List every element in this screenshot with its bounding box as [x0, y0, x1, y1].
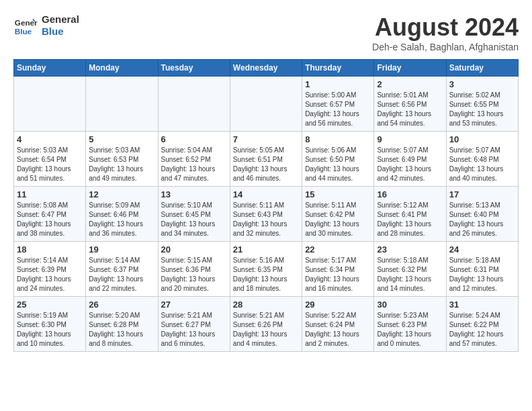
calendar-cell: 22Sunrise: 5:17 AM Sunset: 6:34 PM Dayli… [302, 242, 374, 297]
day-number: 30 [377, 300, 443, 310]
calendar-cell: 10Sunrise: 5:07 AM Sunset: 6:48 PM Dayli… [446, 132, 518, 187]
day-info: Sunrise: 5:03 AM Sunset: 6:54 PM Dayligh… [17, 146, 83, 183]
day-info: Sunrise: 5:21 AM Sunset: 6:26 PM Dayligh… [233, 311, 299, 349]
svg-text:General: General [15, 18, 38, 27]
calendar-cell: 28Sunrise: 5:21 AM Sunset: 6:26 PM Dayli… [230, 297, 302, 352]
day-info: Sunrise: 5:21 AM Sunset: 6:27 PM Dayligh… [161, 311, 227, 349]
day-info: Sunrise: 5:18 AM Sunset: 6:31 PM Dayligh… [449, 256, 515, 293]
day-number: 2 [377, 79, 443, 89]
day-number: 31 [449, 300, 515, 310]
day-info: Sunrise: 5:07 AM Sunset: 6:48 PM Dayligh… [449, 146, 515, 183]
logo-icon: General Blue [13, 13, 38, 38]
calendar-cell: 31Sunrise: 5:24 AM Sunset: 6:22 PM Dayli… [446, 297, 518, 352]
day-info: Sunrise: 5:14 AM Sunset: 6:39 PM Dayligh… [17, 256, 83, 293]
day-info: Sunrise: 5:11 AM Sunset: 6:42 PM Dayligh… [305, 201, 371, 238]
calendar-cell: 9Sunrise: 5:07 AM Sunset: 6:49 PM Daylig… [374, 132, 446, 187]
day-info: Sunrise: 5:05 AM Sunset: 6:51 PM Dayligh… [233, 146, 299, 183]
day-number: 18 [17, 244, 83, 255]
page-header: General Blue General Blue August 2024 De… [13, 13, 519, 52]
week-row-4: 18Sunrise: 5:14 AM Sunset: 6:39 PM Dayli… [14, 242, 519, 297]
day-number: 24 [449, 244, 515, 255]
calendar-cell: 13Sunrise: 5:10 AM Sunset: 6:45 PM Dayli… [158, 187, 230, 242]
day-info: Sunrise: 5:01 AM Sunset: 6:56 PM Dayligh… [377, 91, 443, 128]
calendar-cell: 6Sunrise: 5:04 AM Sunset: 6:52 PM Daylig… [158, 132, 230, 187]
calendar-cell [14, 77, 86, 132]
day-number: 13 [161, 189, 227, 199]
calendar-cell [158, 77, 230, 132]
week-row-5: 25Sunrise: 5:19 AM Sunset: 6:30 PM Dayli… [14, 297, 519, 352]
day-number: 21 [233, 244, 299, 255]
week-row-3: 11Sunrise: 5:08 AM Sunset: 6:47 PM Dayli… [14, 187, 519, 242]
subtitle: Deh-e Salah, Baghlan, Afghanistan [372, 42, 519, 52]
day-info: Sunrise: 5:03 AM Sunset: 6:53 PM Dayligh… [89, 146, 154, 183]
day-number: 17 [449, 189, 515, 199]
calendar-cell: 15Sunrise: 5:11 AM Sunset: 6:42 PM Dayli… [302, 187, 374, 242]
day-number: 20 [161, 244, 227, 255]
day-info: Sunrise: 5:23 AM Sunset: 6:23 PM Dayligh… [377, 311, 443, 349]
week-row-2: 4Sunrise: 5:03 AM Sunset: 6:54 PM Daylig… [14, 132, 519, 187]
calendar-cell: 20Sunrise: 5:15 AM Sunset: 6:36 PM Dayli… [158, 242, 230, 297]
calendar-cell: 12Sunrise: 5:09 AM Sunset: 6:46 PM Dayli… [86, 187, 158, 242]
col-header-thursday: Thursday [302, 60, 374, 77]
col-header-wednesday: Wednesday [230, 60, 302, 77]
week-row-1: 1Sunrise: 5:00 AM Sunset: 6:57 PM Daylig… [14, 77, 519, 132]
calendar-cell: 18Sunrise: 5:14 AM Sunset: 6:39 PM Dayli… [14, 242, 86, 297]
day-info: Sunrise: 5:06 AM Sunset: 6:50 PM Dayligh… [305, 146, 371, 183]
calendar-cell: 26Sunrise: 5:20 AM Sunset: 6:28 PM Dayli… [86, 297, 158, 352]
logo: General Blue General Blue [13, 13, 79, 38]
day-info: Sunrise: 5:08 AM Sunset: 6:47 PM Dayligh… [17, 201, 83, 238]
day-number: 19 [89, 244, 154, 255]
calendar-cell: 1Sunrise: 5:00 AM Sunset: 6:57 PM Daylig… [302, 77, 374, 132]
calendar-cell: 27Sunrise: 5:21 AM Sunset: 6:27 PM Dayli… [158, 297, 230, 352]
calendar-cell: 21Sunrise: 5:16 AM Sunset: 6:35 PM Dayli… [230, 242, 302, 297]
day-number: 9 [377, 134, 443, 144]
day-number: 6 [161, 134, 227, 144]
logo-line2: Blue [42, 26, 79, 38]
day-info: Sunrise: 5:07 AM Sunset: 6:49 PM Dayligh… [377, 146, 443, 183]
calendar-cell: 24Sunrise: 5:18 AM Sunset: 6:31 PM Dayli… [446, 242, 518, 297]
day-info: Sunrise: 5:18 AM Sunset: 6:32 PM Dayligh… [377, 256, 443, 293]
calendar-cell: 7Sunrise: 5:05 AM Sunset: 6:51 PM Daylig… [230, 132, 302, 187]
day-info: Sunrise: 5:20 AM Sunset: 6:28 PM Dayligh… [89, 311, 154, 349]
calendar-cell: 11Sunrise: 5:08 AM Sunset: 6:47 PM Dayli… [14, 187, 86, 242]
day-number: 14 [233, 189, 299, 199]
col-header-friday: Friday [374, 60, 446, 77]
day-number: 7 [233, 134, 299, 144]
day-number: 12 [89, 189, 154, 199]
day-number: 10 [449, 134, 515, 144]
calendar-cell [86, 77, 158, 132]
day-info: Sunrise: 5:12 AM Sunset: 6:41 PM Dayligh… [377, 201, 443, 238]
day-info: Sunrise: 5:11 AM Sunset: 6:43 PM Dayligh… [233, 201, 299, 238]
title-block: August 2024 Deh-e Salah, Baghlan, Afghan… [372, 13, 519, 52]
calendar-cell: 14Sunrise: 5:11 AM Sunset: 6:43 PM Dayli… [230, 187, 302, 242]
header-row: SundayMondayTuesdayWednesdayThursdayFrid… [14, 60, 519, 77]
day-number: 26 [89, 300, 154, 310]
day-number: 22 [305, 244, 371, 255]
day-info: Sunrise: 5:24 AM Sunset: 6:22 PM Dayligh… [449, 311, 515, 349]
col-header-monday: Monday [86, 60, 158, 77]
calendar-cell: 8Sunrise: 5:06 AM Sunset: 6:50 PM Daylig… [302, 132, 374, 187]
col-header-sunday: Sunday [14, 60, 86, 77]
calendar-cell: 3Sunrise: 5:02 AM Sunset: 6:55 PM Daylig… [446, 77, 518, 132]
day-number: 23 [377, 244, 443, 255]
day-number: 11 [17, 189, 83, 199]
day-info: Sunrise: 5:22 AM Sunset: 6:24 PM Dayligh… [305, 311, 371, 349]
main-title: August 2024 [372, 13, 519, 42]
calendar-cell: 25Sunrise: 5:19 AM Sunset: 6:30 PM Dayli… [14, 297, 86, 352]
day-number: 4 [17, 134, 83, 144]
day-info: Sunrise: 5:17 AM Sunset: 6:34 PM Dayligh… [305, 256, 371, 293]
svg-text:Blue: Blue [15, 27, 32, 36]
calendar-cell: 19Sunrise: 5:14 AM Sunset: 6:37 PM Dayli… [86, 242, 158, 297]
day-number: 5 [89, 134, 154, 144]
day-number: 1 [305, 79, 371, 89]
col-header-tuesday: Tuesday [158, 60, 230, 77]
calendar-cell: 2Sunrise: 5:01 AM Sunset: 6:56 PM Daylig… [374, 77, 446, 132]
day-info: Sunrise: 5:00 AM Sunset: 6:57 PM Dayligh… [305, 91, 371, 128]
day-info: Sunrise: 5:09 AM Sunset: 6:46 PM Dayligh… [89, 201, 154, 238]
col-header-saturday: Saturday [446, 60, 518, 77]
day-number: 28 [233, 300, 299, 310]
day-info: Sunrise: 5:15 AM Sunset: 6:36 PM Dayligh… [161, 256, 227, 293]
calendar-cell: 23Sunrise: 5:18 AM Sunset: 6:32 PM Dayli… [374, 242, 446, 297]
day-number: 29 [305, 300, 371, 310]
day-number: 16 [377, 189, 443, 199]
